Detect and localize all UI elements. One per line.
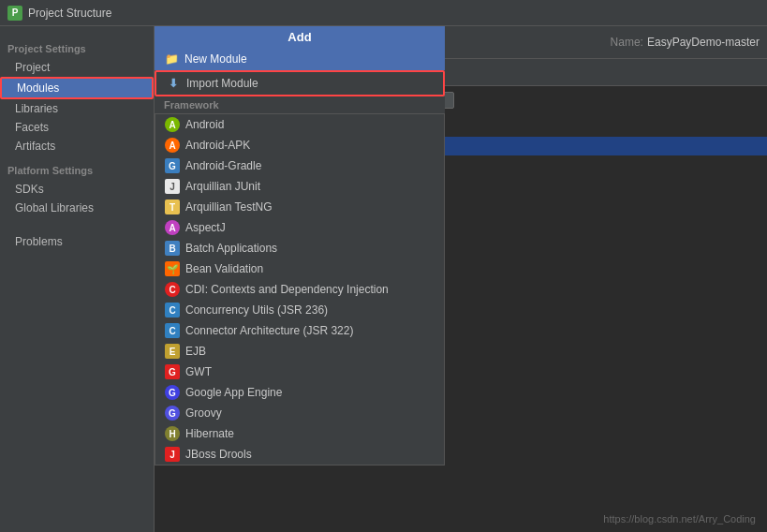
gwt-icon: G [165,364,180,379]
arquillian-testng-icon: T [165,200,180,214]
gae-icon: G [165,385,180,400]
framework-android-gradle[interactable]: G Android-Gradle [155,155,444,176]
sidebar-item-problems[interactable]: Problems [0,232,154,251]
new-module-label: New Module [184,52,247,66]
framework-arquillian-testng[interactable]: T Arquillian TestNG [155,197,444,217]
framework-arquillian-junit[interactable]: J Arquillian JUnit [155,176,444,197]
framework-jboss-drools[interactable]: J JBoss Drools [155,444,444,465]
framework-concurrency[interactable]: C Concurrency Utils (JSR 236) [155,300,444,320]
sidebar-item-global-libraries[interactable]: Global Libraries [0,199,154,217]
groovy-icon: G [165,406,180,421]
import-module-label: Import Module [186,77,258,90]
framework-list: A Android A Android-APK G Android-Gradle… [155,113,445,466]
sidebar: Project Settings Project Modules Librari… [0,26,155,532]
framework-connector[interactable]: C Connector Architecture (JSR 322) [155,320,444,341]
android-apk-icon: A [165,138,180,153]
jboss-icon: J [165,447,180,462]
sidebar-item-libraries[interactable]: Libraries [0,99,154,118]
sidebar-item-project[interactable]: Project [0,58,154,77]
title-bar-text: Project Structure [28,7,111,20]
sidebar-item-facets[interactable]: Facets [0,118,154,137]
platform-settings-label: Platform Settings [0,161,154,180]
framework-gwt[interactable]: G GWT [155,362,444,382]
framework-aspectj[interactable]: A AspectJ [155,217,444,238]
dropdown-import-module[interactable]: ⬇ Import Module [155,70,445,96]
project-settings-label: Project Settings [0,39,154,58]
connector-icon: C [165,323,180,338]
framework-android-apk[interactable]: A Android-APK [155,135,444,155]
framework-groovy[interactable]: G Groovy [155,403,444,423]
framework-android[interactable]: A Android [155,114,444,135]
framework-batch-applications[interactable]: B Batch Applications [155,238,444,259]
android-icon: A [165,117,180,132]
sidebar-item-artifacts[interactable]: Artifacts [0,137,154,155]
framework-cdi[interactable]: C CDI: Contexts and Dependency Injection [155,279,444,300]
framework-section-label: Framework [155,96,445,113]
sidebar-item-sdks[interactable]: SDKs [0,180,154,199]
arquillian-junit-icon: J [165,179,180,194]
name-label: Name: [611,36,643,49]
name-value: EasyPayDemo-master [647,36,760,49]
bean-icon: 🌱 [165,261,180,276]
dropdown-header: Add [155,26,445,48]
bottom-link: https://blog.csdn.net/Arry_Coding [603,513,756,525]
cdi-icon: C [165,282,180,297]
concurrency-icon: C [165,303,180,318]
import-icon: ⬇ [166,76,181,91]
dropdown-container: Add 📁 New Module ⬇ Import Module Framewo… [155,26,445,466]
app-icon: P [7,6,22,21]
framework-hibernate[interactable]: H Hibernate [155,423,444,444]
sidebar-item-modules[interactable]: Modules [0,77,154,99]
ejb-icon: E [165,344,180,359]
folder-icon: 📁 [164,52,179,66]
batch-icon: B [165,241,180,256]
android-gradle-icon: G [165,158,180,173]
aspectj-icon: A [165,220,180,235]
framework-ejb[interactable]: E EJB [155,341,444,362]
hibernate-icon: H [165,426,180,441]
dropdown-new-module[interactable]: 📁 New Module [155,48,445,70]
framework-bean-validation[interactable]: 🌱 Bean Validation [155,259,444,279]
title-bar: P Project Structure [0,0,767,26]
framework-gae[interactable]: G Google App Engine [155,382,444,403]
